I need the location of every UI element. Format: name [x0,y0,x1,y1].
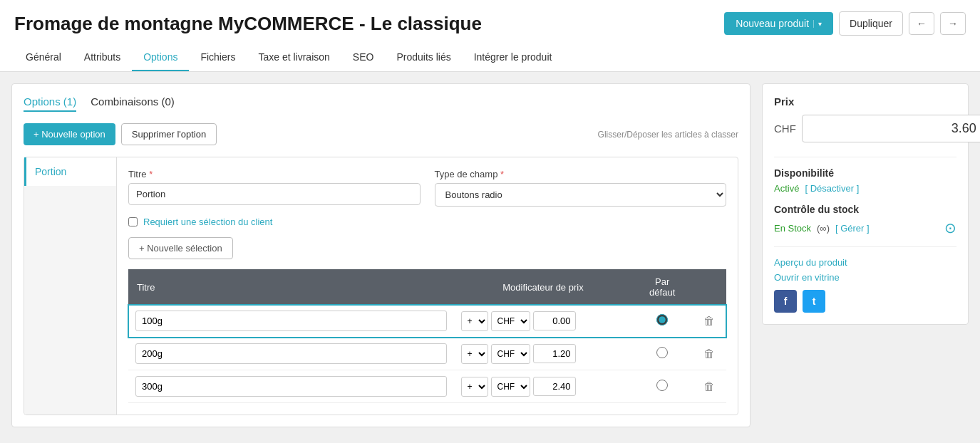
tab-seo[interactable]: SEO [341,44,386,71]
option-sidebar: Portion [24,157,117,415]
modifier-currency-select-1[interactable]: CHF % [491,311,530,331]
page-title: Fromage de montagne MyCOMMERCE - Le clas… [14,13,482,35]
sub-tabs: Options (1) Combinaisons (0) [24,95,738,112]
modifier-currency-select-3[interactable]: CHF % [491,377,530,397]
title-label: Titre * [128,169,421,179]
delete-button-2[interactable]: 🗑 [699,346,719,362]
modifier-sign-select-2[interactable]: + - [461,344,488,364]
status-row: Activé [ Désactiver ] [774,183,956,194]
supprimer-option-button[interactable]: Supprimer l'option [121,123,217,145]
nouveau-produit-button[interactable]: Nouveau produit ▾ [724,12,833,35]
sidebar-item-portion[interactable]: Portion [24,157,116,186]
option-content: Titre * Type de champ * Boutons radio Ca… [117,157,738,415]
stock-expand-button[interactable]: ⊙ [944,219,956,236]
tab-options[interactable]: Options [132,44,189,71]
title-input[interactable] [128,183,421,205]
table-row: + - CHF % [128,338,726,370]
titre-input-3[interactable] [135,376,447,397]
availability-label: Disponibilité [774,167,956,179]
cell-titre-3 [128,370,454,403]
checkbox-label: Requiert une sélection du client [143,217,272,227]
nav-tabs: Général Attributs Options Fichiers Taxe … [14,44,966,71]
title-required: * [149,169,153,179]
sub-tab-options[interactable]: Options (1) [24,95,76,112]
sub-tab-combinaisons[interactable]: Combinaisons (0) [91,95,175,112]
default-radio-2[interactable] [656,347,668,358]
checkbox-row: Requiert une sélection du client [128,217,726,227]
stock-row: En Stock (∞) [ Gérer ] ⊙ [774,219,956,236]
stock-section: Contrôle du stock En Stock (∞) [ Gérer ]… [774,204,956,236]
modifier-sign-select-3[interactable]: + - [461,377,488,397]
status-active-badge: Activé [774,183,799,194]
tab-integrer[interactable]: Intégrer le produit [463,44,564,71]
default-radio-3[interactable] [656,380,668,391]
cell-delete-3: 🗑 [692,370,726,403]
twitter-button[interactable]: t [803,290,825,313]
price-value-input[interactable] [802,115,980,142]
delete-button-1[interactable]: 🗑 [699,313,719,329]
price-currency: CHF [774,123,796,135]
modifier-sign-select-1[interactable]: + - [461,311,488,331]
left-panel: Options (1) Combinaisons (0) + Nouvelle … [11,83,751,427]
vitrine-link[interactable]: Ouvrir en vitrine [774,272,956,283]
price-modifier-2: + - CHF % [461,344,626,364]
stock-infinity: (∞) [817,223,830,234]
tab-fichiers[interactable]: Fichiers [189,44,247,71]
default-radio-1[interactable] [656,314,668,325]
forward-button[interactable]: → [940,12,966,35]
field-group-title: Titre * [128,169,421,207]
tab-produits-lies[interactable]: Produits liés [385,44,462,71]
field-type-label: Type de champ * [435,169,727,179]
back-button[interactable]: ← [909,12,934,35]
nouvelle-option-button[interactable]: + Nouvelle option [24,123,115,145]
action-bar: + Nouvelle option Supprimer l'option Gli… [24,123,738,145]
dupliquer-button[interactable]: Dupliquer [839,11,903,36]
cell-titre-1 [128,305,454,338]
selections-table: Titre Modificateur de prix Pardéfaut [128,269,726,403]
price-input-3[interactable] [533,377,576,396]
cell-delete-1: 🗑 [692,305,726,338]
modifier-currency-select-2[interactable]: CHF % [491,344,530,364]
titre-input-1[interactable] [135,311,447,331]
right-panel: Prix CHF ⊙ Disponibilité Activé [ Désact… [762,83,969,325]
cell-radio-3 [632,370,692,403]
deactivate-link[interactable]: [ Désactiver ] [805,183,859,194]
col-header-modificateur: Modificateur de prix [454,269,633,305]
price-modifier-3: + - CHF % [461,377,626,397]
action-bar-left: + Nouvelle option Supprimer l'option [24,123,217,145]
cell-mod-2: + - CHF % [454,338,633,370]
tab-taxe-livraison[interactable]: Taxe et livraison [247,44,341,71]
delete-button-3[interactable]: 🗑 [699,379,719,395]
field-type-select[interactable]: Boutons radio Cases à cocher Menu déroul… [435,183,727,207]
tab-attributs[interactable]: Attributs [73,44,132,71]
dropdown-arrow-icon[interactable]: ▾ [813,20,822,28]
divider-2 [774,246,956,247]
cell-titre-2 [128,338,454,370]
price-modifier-1: + - CHF % [461,311,626,331]
checkbox-link[interactable]: Requiert une sélection du client [143,217,272,227]
col-header-titre: Titre [128,269,454,305]
price-input-1[interactable] [533,311,576,330]
manage-stock-link[interactable]: [ Gérer ] [835,223,870,234]
option-section: Portion Titre * Type de champ [24,157,738,415]
requires-selection-checkbox[interactable] [128,217,138,226]
main-layout: Options (1) Combinaisons (0) + Nouvelle … [0,72,980,439]
field-group-type: Type de champ * Boutons radio Cases à co… [435,169,727,207]
divider-1 [774,157,956,157]
price-section: Prix CHF ⊙ [774,95,956,142]
tab-general[interactable]: Général [14,44,73,71]
titre-input-2[interactable] [135,343,447,364]
field-type-required: * [500,169,504,179]
add-selection-button[interactable]: + Nouvelle sélection [128,237,233,259]
field-row-title-type: Titre * Type de champ * Boutons radio Ca… [128,169,726,207]
cell-delete-2: 🗑 [692,338,726,370]
table-row: + - CHF % [128,305,726,338]
apercu-link[interactable]: Aperçu du produit [774,257,956,268]
col-header-delete [692,269,726,305]
stock-status: En Stock [774,223,811,234]
price-input-2[interactable] [533,344,576,363]
cell-mod-1: + - CHF % [454,305,633,338]
links-section: Aperçu du produit Ouvrir en vitrine f t [774,257,956,313]
cell-radio-1 [632,305,692,338]
facebook-button[interactable]: f [774,290,797,313]
